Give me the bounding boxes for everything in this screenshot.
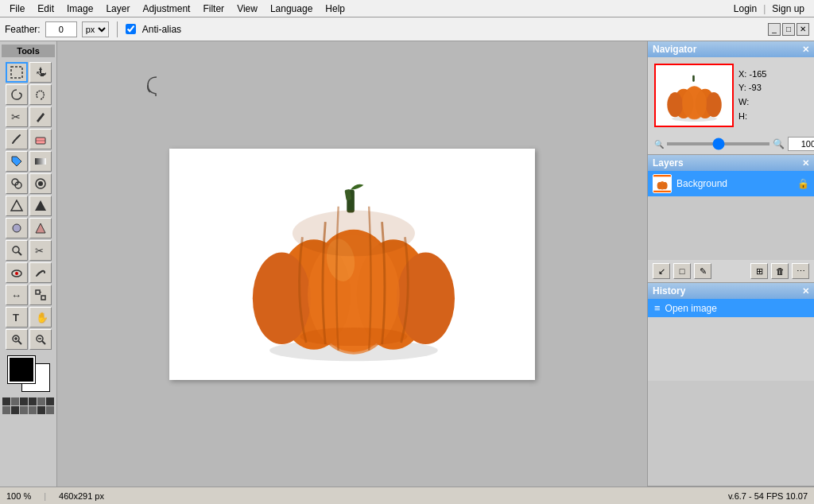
layer-action-newgroup[interactable]: ↙: [653, 263, 670, 279]
navigator-close[interactable]: ✕: [802, 45, 809, 55]
feather-input[interactable]: [45, 21, 77, 37]
menu-signup[interactable]: Sign up: [766, 2, 811, 16]
layer-action-expand[interactable]: ⊞: [750, 263, 768, 279]
tool-fill[interactable]: [6, 151, 28, 172]
svg-point-56: [657, 182, 662, 189]
history-close[interactable]: ✕: [802, 286, 809, 297]
layer-lock-icon: 🔒: [797, 178, 809, 189]
menu-item-file[interactable]: File: [3, 2, 31, 16]
tool-dodge[interactable]: [6, 196, 28, 216]
zoom-slider[interactable]: [667, 142, 769, 145]
layer-item-background[interactable]: Background 🔒: [648, 171, 814, 196]
tool-zoom-in[interactable]: [6, 329, 28, 350]
status-bar: 100 % | 460x291 px v.6.7 - 54 FPS 10.07: [0, 487, 814, 504]
tool-selection-rect[interactable]: [6, 62, 28, 83]
window-maximize[interactable]: □: [782, 23, 795, 36]
history-header: History ✕: [648, 283, 814, 299]
menu-bar: File Edit Image Layer Adjustment Filter …: [0, 0, 814, 17]
tool-redeye[interactable]: [6, 262, 28, 283]
nav-y: Y: -93: [738, 81, 767, 95]
tool-eraser[interactable]: [29, 129, 52, 149]
tool-zoom-out[interactable]: [29, 329, 52, 350]
layers-title: Layers: [653, 157, 684, 169]
antialias-checkbox[interactable]: [126, 24, 136, 34]
svg-marker-12: [11, 200, 22, 211]
lasso-cursor-icon: [145, 73, 169, 102]
tool-selection-lasso[interactable]: [6, 84, 28, 105]
svg-marker-13: [35, 200, 46, 211]
layer-action-duplicate[interactable]: ✎: [694, 263, 711, 279]
svg-point-44: [300, 328, 408, 346]
nav-w: W:: [738, 95, 767, 110]
history-item-open[interactable]: ≡ Open image: [648, 299, 814, 317]
tool-row-6: [6, 173, 52, 194]
tool-row-13: [6, 329, 52, 350]
menu-item-help[interactable]: Help: [319, 2, 351, 16]
layers-close[interactable]: ✕: [802, 158, 809, 169]
svg-rect-23: [41, 296, 45, 300]
layer-actions: ↙ □ ✎ ⊞ 🗑 ⋯: [648, 260, 814, 282]
right-panels: Navigator ✕: [647, 41, 814, 487]
tool-crop[interactable]: ✂: [6, 107, 28, 127]
tool-text[interactable]: T: [6, 307, 28, 328]
layer-action-more[interactable]: ⋯: [792, 263, 809, 279]
svg-line-30: [18, 341, 21, 344]
tool-pan[interactable]: ✋: [29, 307, 52, 328]
tool-scissors[interactable]: ✂: [29, 240, 52, 261]
tool-row-2: [6, 84, 52, 105]
tool-healing[interactable]: [29, 173, 52, 194]
tool-selection-freehand[interactable]: [29, 84, 52, 105]
nav-y-label: Y:: [738, 83, 746, 92]
tools-label: Tools: [2, 45, 55, 57]
zoom-out-icon: 🔍: [654, 140, 664, 149]
tool-path[interactable]: [29, 285, 52, 305]
menu-item-layer[interactable]: Layer: [99, 2, 136, 16]
tool-row-7: [6, 196, 52, 216]
nav-zoom-row: 🔍 🔍 %: [648, 134, 814, 154]
tool-gradient[interactable]: [29, 151, 52, 172]
nav-x-value: -165: [749, 69, 766, 79]
menu-item-language[interactable]: Language: [264, 2, 319, 16]
tool-blur[interactable]: [6, 218, 28, 238]
menu-item-filter[interactable]: Filter: [196, 2, 231, 16]
window-close[interactable]: ✕: [797, 23, 809, 36]
tool-hand[interactable]: ↔: [6, 285, 28, 305]
canvas-area[interactable]: [57, 41, 647, 487]
svg-point-16: [13, 246, 19, 253]
tool-sharpen[interactable]: [29, 218, 52, 238]
tool-magnify[interactable]: [6, 240, 28, 261]
fg-color-swatch[interactable]: [8, 356, 35, 383]
zoom-input[interactable]: [788, 137, 814, 151]
svg-point-52: [706, 92, 722, 117]
svg-text:✂: ✂: [11, 110, 21, 123]
tool-row-11: ↔: [6, 285, 52, 305]
svg-text:↖: ↖: [36, 69, 42, 78]
image-canvas[interactable]: [169, 149, 535, 380]
menu-login[interactable]: Login: [727, 2, 763, 16]
svg-point-45: [293, 211, 415, 257]
tool-row-3: ✂: [6, 107, 52, 127]
nav-y-value: -93: [749, 83, 762, 92]
tool-move[interactable]: ↖: [29, 62, 52, 83]
tool-clone[interactable]: [6, 173, 28, 194]
menu-item-adjustment[interactable]: Adjustment: [136, 2, 196, 16]
feather-select[interactable]: px: [82, 21, 109, 37]
history-panel: History ✕ ≡ Open image: [648, 283, 814, 487]
tool-brush[interactable]: [6, 129, 28, 149]
layers-panel: Layers ✕ Background 🔒 ↙ □: [648, 155, 814, 283]
menu-item-edit[interactable]: Edit: [31, 2, 60, 16]
menu-item-image[interactable]: Image: [60, 2, 99, 16]
layer-action-new[interactable]: □: [673, 263, 691, 279]
pumpkin-image: [217, 161, 487, 367]
menu-item-view[interactable]: View: [231, 2, 264, 16]
tool-smudge[interactable]: [29, 262, 52, 283]
layer-action-delete[interactable]: 🗑: [771, 263, 789, 279]
window-minimize[interactable]: _: [768, 23, 781, 36]
svg-point-57: [662, 182, 667, 189]
antialias-label: Anti-alias: [142, 24, 181, 35]
nav-h-label: H:: [738, 111, 747, 121]
tool-burn[interactable]: [29, 196, 52, 216]
nav-x: X: -165: [738, 68, 767, 82]
tool-pencil[interactable]: [29, 107, 52, 127]
svg-point-11: [38, 181, 43, 186]
